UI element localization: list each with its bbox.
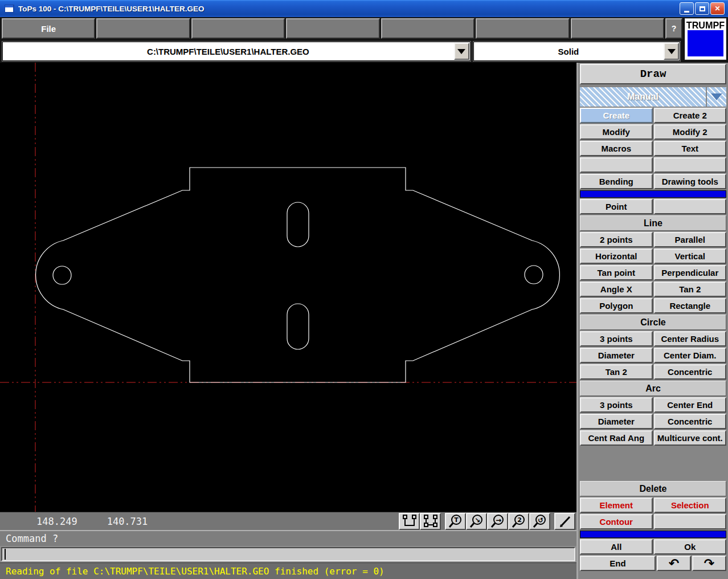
mode-dropdown-arrow-button[interactable] [707,87,726,107]
button-polygon[interactable]: Polygon [580,298,653,313]
button-vertical[interactable]: Vertical [654,248,727,264]
button-row: Point [580,199,726,214]
display-mode-combo[interactable]: Solid [473,42,680,61]
button-row: Tan 2Concentric [580,364,726,380]
button-empty[interactable] [654,157,727,173]
menu-item-empty-4[interactable] [381,18,475,39]
sidebar-rows: CreateCreate 2ModifyModify 2MacrosTextBe… [580,108,726,571]
zoom-total-icon: T [448,514,464,529]
button-angle-x[interactable]: Angle X [580,282,653,297]
menu-file[interactable]: File [2,18,95,39]
button-cent-rad-ang[interactable]: Cent Rad Ang [580,430,653,446]
button-horizontal[interactable]: Horizontal [580,248,653,264]
button-modify[interactable]: Modify [580,124,653,140]
help-button[interactable]: ? [665,18,682,39]
button-ok[interactable]: Ok [654,539,727,554]
button-selection[interactable]: Selection [654,498,727,513]
button-center-radius[interactable]: Center Radius [654,331,727,346]
menu-item-empty-5[interactable] [476,18,569,39]
button-contour[interactable]: Contour [580,514,653,529]
part-outline[interactable] [36,168,560,382]
button-tan-2[interactable]: Tan 2 [580,364,653,380]
button-tan-point[interactable]: Tan point [580,265,653,280]
zoom-pan-icon: → [490,514,506,529]
display-mode-dropdown-button[interactable] [664,43,679,60]
button-macros[interactable]: Macros [580,141,653,156]
zoom-previous-button[interactable]: ↺ [529,513,550,530]
button-modify-2[interactable]: Modify 2 [654,124,727,140]
drawing-canvas[interactable] [0,63,576,512]
button-bending[interactable]: Bending [580,174,653,189]
button-diameter[interactable]: Diameter [580,348,653,363]
part-slot-top[interactable] [287,202,309,247]
menu-item-empty-3[interactable] [286,18,379,39]
file-path-dropdown-button[interactable] [454,43,469,60]
chevron-down-icon [711,93,722,100]
button-concentric[interactable]: Concentric [654,414,727,429]
close-button[interactable]: ✕ [710,2,725,15]
button-rectangle[interactable]: Rectangle [654,298,727,313]
button-row: Cent Rad AngMulticurve cont. [580,430,726,446]
pencil-button[interactable] [554,513,575,530]
button-2-points[interactable]: 2 points [580,232,653,247]
zoom-2x-button[interactable]: 2 [508,513,529,530]
button-all[interactable]: All [580,539,653,554]
button-multicurve-cont[interactable]: Multicurve cont. [654,430,727,446]
button-3-points[interactable]: 3 points [580,331,653,346]
menu-item-empty-1[interactable] [96,18,190,39]
combo-row: C:\TRUMPF\TEILE\USER1\HALTER.GEO Solid [0,41,728,63]
button-point[interactable]: Point [580,199,653,214]
button-drawing-tools[interactable]: Drawing tools [654,174,727,189]
zoom-pan-button[interactable]: → [487,513,508,530]
button-tan-2[interactable]: Tan 2 [654,282,727,297]
button-empty[interactable] [580,157,653,173]
mode-dropdown[interactable]: Manual [580,87,706,107]
contour-nodes-button[interactable] [420,513,441,530]
minimize-button[interactable] [680,2,694,15]
panel-spacer [580,447,726,480]
button-element[interactable]: Element [580,498,653,513]
chevron-down-icon [457,49,465,54]
redo-button[interactable]: ↷ [692,556,726,571]
undo-button[interactable]: ↶ [657,556,691,571]
file-path-combo[interactable]: C:\TRUMPF\TEILE\USER1\HALTER.GEO [2,42,471,61]
menu-item-empty-6[interactable] [571,18,664,39]
button-row: ElementSelection [580,498,726,513]
command-bar: Command ? [0,530,576,546]
svg-text:T: T [454,516,459,524]
button-3-points[interactable]: 3 points [580,397,653,413]
zoom-total-button[interactable]: T [445,513,466,530]
button-create[interactable]: Create [580,108,653,123]
button-empty[interactable] [654,199,727,214]
zoom-window-button[interactable]: ↘ [466,513,487,530]
menu-item-empty-2[interactable] [191,18,285,39]
command-prompt: Command ? [6,533,58,544]
button-row: MacrosText [580,141,726,156]
svg-text:2: 2 [517,516,522,524]
button-parallel[interactable]: Parallel [654,232,727,247]
contour-nodes-icon [423,514,439,529]
button-row: HorizontalVertical [580,248,726,264]
button-diameter[interactable]: Diameter [580,414,653,429]
button-create-2[interactable]: Create 2 [654,108,727,123]
svg-text:→: → [495,516,501,524]
close-icon: ✕ [714,5,720,13]
command-input[interactable] [1,547,575,561]
button-end[interactable]: End [580,556,656,571]
section-header-arc: Arc [580,381,726,396]
button-text[interactable]: Text [654,141,727,156]
part-slot-bottom[interactable] [287,304,309,349]
button-perpendicular[interactable]: Perpendicular [654,265,727,280]
button-center-end[interactable]: Center End [654,397,727,413]
button-row: 3 pointsCenter End [580,397,726,413]
status-bar: Reading of file C:\TRUMPF\TEILE\USER1\HA… [0,562,576,579]
button-empty[interactable] [654,514,727,529]
button-center-diam[interactable]: Center Diam. [654,348,727,363]
contour-open-button[interactable] [399,513,420,530]
button-concentric[interactable]: Concentric [654,364,727,380]
part-hole-left[interactable] [53,266,71,284]
maximize-icon [700,6,705,11]
part-hole-right[interactable] [525,266,543,284]
button-row: ModifyModify 2 [580,124,726,140]
maximize-button[interactable] [695,2,709,15]
